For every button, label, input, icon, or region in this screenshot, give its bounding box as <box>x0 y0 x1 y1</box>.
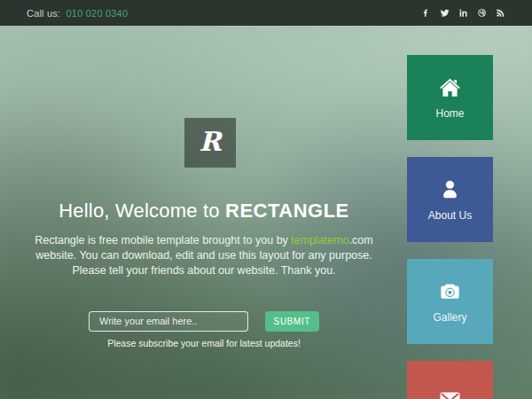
top-bar: Call us: 010 020 0340 <box>0 0 532 26</box>
envelope-icon <box>438 387 462 399</box>
dribbble-icon[interactable] <box>476 8 487 19</box>
brand-name: RECTANGLE <box>225 200 349 222</box>
email-input[interactable] <box>89 311 248 332</box>
rss-icon[interactable] <box>495 8 505 19</box>
logo-square: R <box>184 118 236 168</box>
phone-number[interactable]: 010 020 0340 <box>66 8 129 19</box>
sidebar-item-label: Home <box>435 107 464 120</box>
sidebar-item-label: Gallery <box>433 311 466 324</box>
subscribe-form: SUBMIT <box>89 310 319 332</box>
hero-section: R Hello, Welcome to RECTANGLE Rectangle … <box>0 0 408 399</box>
sidebar-item-about-us[interactable]: About Us <box>407 157 493 242</box>
call-us-label: Call us: <box>27 8 60 19</box>
camera-icon <box>438 279 462 303</box>
home-icon <box>438 75 462 99</box>
person-icon <box>438 177 462 201</box>
twitter-icon[interactable] <box>439 8 450 19</box>
page-title: Hello, Welcome to RECTANGLE <box>0 200 408 223</box>
sidebar-item-mail[interactable] <box>407 361 493 399</box>
page: Call us: 010 020 0340 R Hel <box>0 0 532 399</box>
linkedin-icon[interactable] <box>458 8 468 19</box>
submit-button[interactable]: SUBMIT <box>265 311 319 332</box>
heading-prefix: Hello, Welcome to <box>59 200 225 222</box>
call-us: Call us: 010 020 0340 <box>27 8 128 19</box>
facebook-icon[interactable] <box>420 8 431 19</box>
social-links <box>420 8 505 19</box>
sidebar-item-gallery[interactable]: Gallery <box>407 259 493 344</box>
intro-paragraph: Rectangle is free mobile template brough… <box>22 233 386 278</box>
intro-text-before: Rectangle is free mobile template brough… <box>35 234 291 246</box>
logo-letter: R <box>200 126 222 157</box>
sidebar-item-label: About Us <box>428 209 472 222</box>
sidebar-item-home[interactable]: Home <box>407 55 493 140</box>
subscribe-note: Please subscribe your email for latest u… <box>0 338 408 348</box>
templatemo-link[interactable]: templatemo <box>291 234 348 246</box>
